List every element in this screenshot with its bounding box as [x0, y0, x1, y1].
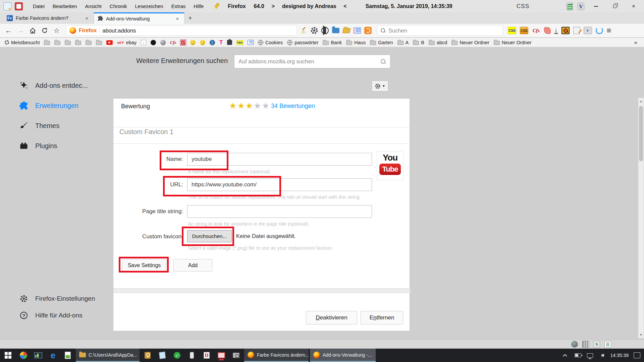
css-yellow-badge-icon[interactable]: CSS	[508, 27, 516, 34]
menu-lesezeichen[interactable]: Lesezeichen	[131, 0, 167, 12]
download-arrow-icon[interactable]: ↓	[554, 27, 558, 34]
taskbar-item-firefox-2[interactable]: Add-ons-Verwaltung -...	[310, 349, 376, 362]
sync-blue-icon[interactable]	[596, 27, 603, 34]
bookmark-item[interactable]	[190, 40, 196, 45]
bookmark-item[interactable]: Neuer Ordner	[494, 40, 532, 45]
bookmark-item[interactable]: 37	[180, 40, 186, 45]
name-input[interactable]	[187, 153, 372, 166]
menu-extras[interactable]: Extras	[167, 0, 190, 12]
scrollbar-thumb[interactable]	[639, 106, 643, 161]
page-title-input[interactable]	[187, 205, 372, 218]
round-status-icon[interactable]	[571, 341, 578, 348]
tab-addons-verwaltung[interactable]: Add-ons-Verwaltung ×	[94, 12, 184, 24]
bookmark-item[interactable]: Haus	[346, 40, 366, 45]
forward-button[interactable]: →	[15, 25, 25, 36]
red-app-icon[interactable]	[15, 2, 23, 10]
menu-bearbeiten[interactable]: Bearbeiten	[49, 0, 81, 12]
url-bar[interactable]: Firefox about:addons	[66, 25, 297, 36]
notes-app-icon[interactable]	[155, 349, 170, 362]
play-circle-icon[interactable]	[321, 26, 329, 35]
bookmark-item[interactable]: ↓	[141, 40, 146, 45]
menu-datei[interactable]: Datei	[29, 0, 49, 12]
sync-orange-icon[interactable]	[364, 26, 372, 35]
bookmark-item[interactable]	[200, 40, 205, 45]
spreadsheet-icon[interactable]	[566, 3, 573, 10]
grid-status-icon[interactable]	[582, 341, 589, 348]
script-scroll-icon[interactable]	[544, 27, 551, 34]
bookmark-item[interactable]: Neuer Ordner	[451, 40, 489, 45]
sidebar-item-help[interactable]: ? Hilfe für Add-ons	[19, 311, 82, 320]
tray-chevron-up-icon[interactable]	[562, 352, 570, 359]
close-button[interactable]: ×	[629, 2, 638, 10]
document-status-icon[interactable]	[604, 341, 611, 348]
url-text[interactable]: about:addons	[102, 27, 136, 34]
css-orange-badge-icon[interactable]: CSS	[520, 27, 528, 34]
bookmark-item[interactable]	[151, 40, 156, 45]
notification-center-icon[interactable]	[633, 352, 641, 359]
menu-hilfe[interactable]: Hilfe	[190, 0, 208, 12]
key-app-icon[interactable]	[140, 349, 155, 362]
page-scrollbar[interactable]: ▲ ▼	[638, 98, 644, 338]
hamburger-menu-icon[interactable]: ≡	[607, 27, 611, 34]
battery-icon[interactable]	[574, 352, 582, 359]
bookmark-item[interactable]	[96, 40, 102, 45]
start-button[interactable]	[0, 349, 16, 362]
blue-folder-icon[interactable]	[331, 26, 340, 35]
browser-search-bar[interactable]	[377, 25, 503, 36]
bookmark-item[interactable]: h64	[236, 40, 243, 45]
addons-search-input[interactable]	[238, 58, 378, 65]
bookmark-item[interactable]: passwörter	[287, 40, 318, 45]
save-settings-button[interactable]: Save Settings	[122, 259, 166, 272]
scroll-up-icon[interactable]: ▲	[638, 99, 644, 104]
document-app-icon[interactable]	[60, 349, 75, 362]
sidebar-item-plugins[interactable]: Plugins	[19, 141, 57, 150]
v-toolbar-icon[interactable]: V	[584, 27, 592, 34]
menu-ansicht[interactable]: Ansicht	[81, 0, 106, 12]
tray-clock[interactable]: 14:35:39	[610, 353, 629, 358]
back-button[interactable]: ←	[3, 25, 13, 36]
s-badge-icon[interactable]: S	[593, 341, 600, 348]
network-icon[interactable]	[586, 352, 594, 359]
taskbar-item-firefox-1[interactable]: Farbe Favicons ändern...	[244, 349, 309, 362]
bookmark-item[interactable]	[75, 40, 81, 45]
bookmark-item[interactable]	[44, 40, 50, 45]
bookmark-item[interactable]	[248, 40, 254, 45]
window-list-toolbar-icon[interactable]	[353, 26, 362, 35]
bookmark-item[interactable]: Meistbesucht	[5, 40, 40, 45]
new-tab-button[interactable]: +	[184, 12, 196, 24]
magnifier-badge-icon[interactable]	[561, 27, 570, 34]
home-button[interactable]	[28, 25, 38, 36]
url-input[interactable]	[187, 178, 372, 191]
sidebar-item-extensions[interactable]: Erweiterungen	[19, 101, 78, 110]
bookmark-item[interactable]	[65, 40, 71, 45]
deactivate-button[interactable]: Deaktivieren	[306, 311, 357, 324]
bookmark-item[interactable]	[160, 40, 166, 45]
addons-tools-button[interactable]: ▼	[372, 80, 388, 92]
bookmark-item[interactable]: Garten	[370, 40, 393, 45]
v-app-icon[interactable]: V	[578, 3, 584, 10]
open-folder-icon[interactable]	[342, 26, 351, 35]
speaker-icon[interactable]: )	[598, 352, 606, 359]
bookmark-item[interactable]: Cookies	[258, 40, 283, 45]
bookmark-item[interactable]: T	[219, 40, 223, 46]
addons-search-box[interactable]	[234, 55, 390, 68]
remove-button[interactable]: Entfernen	[361, 311, 403, 324]
bookmark-item[interactable]: A	[397, 40, 409, 45]
monitor-chart-icon[interactable]	[31, 349, 46, 362]
tab-close-icon[interactable]: ×	[174, 16, 181, 21]
bookmark-window-icon[interactable]	[3, 2, 11, 10]
phone-app-icon[interactable]	[184, 349, 199, 362]
d-app-icon[interactable]: D	[199, 349, 214, 362]
bookmark-item[interactable]: ebYebay	[117, 40, 137, 45]
browse-button[interactable]: Durchsuchen...	[187, 230, 232, 242]
tab-farbe-favicons[interactable]: Fx Farbe Favicons ändern? ×	[3, 12, 94, 24]
edge-icon[interactable]: e	[46, 349, 60, 362]
minimize-button[interactable]	[592, 2, 600, 10]
bookmark-item[interactable]	[210, 40, 215, 45]
rating-count-link[interactable]: 34 Bewertungen	[271, 103, 315, 110]
browser-search-input[interactable]	[388, 27, 499, 34]
scroll-down-icon[interactable]: ▼	[638, 332, 644, 338]
tab-close-icon[interactable]: ×	[84, 15, 90, 21]
edit-script-icon[interactable]	[573, 27, 580, 34]
bookmark-item[interactable]: ▶	[106, 40, 113, 45]
